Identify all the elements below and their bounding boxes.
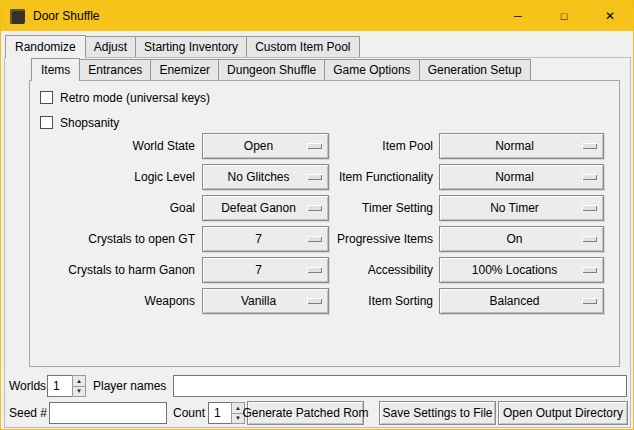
tab-generation-setup[interactable]: Generation Setup (419, 59, 531, 80)
app-window: Door Shuffle ─ □ ✕ Randomize Adjust Star… (0, 0, 634, 430)
dropdown-indicator-icon (307, 143, 322, 149)
item-sorting-dropdown[interactable]: Balanced (439, 288, 604, 314)
tab-adjust[interactable]: Adjust (85, 36, 136, 57)
count-label: Count (173, 402, 205, 424)
open-output-directory-button[interactable]: Open Output Directory (498, 401, 628, 425)
shopsanity-label: Shopsanity (60, 116, 119, 130)
crystals-ganon-dropdown[interactable]: 7 (202, 257, 329, 283)
dropdown-indicator-icon (582, 205, 597, 211)
tab-entrances[interactable]: Entrances (79, 59, 151, 80)
tab-dungeon-shuffle[interactable]: Dungeon Shuffle (218, 59, 325, 80)
checkbox-icon[interactable] (40, 91, 53, 104)
progressive-items-dropdown[interactable]: On (439, 226, 604, 252)
maximize-button[interactable]: □ (541, 1, 587, 31)
close-button[interactable]: ✕ (587, 1, 633, 31)
save-settings-button[interactable]: Save Settings to File (379, 401, 496, 425)
timer-setting-dropdown[interactable]: No Timer (439, 195, 604, 221)
item-pool-label: Item Pool (329, 139, 433, 153)
goal-label: Goal (30, 201, 195, 215)
dropdown-indicator-icon (307, 267, 322, 273)
retro-mode-checkbox[interactable]: Retro mode (universal keys) (40, 89, 210, 106)
app-icon (10, 9, 25, 24)
title-bar[interactable]: Door Shuffle ─ □ ✕ (1, 1, 633, 31)
item-sorting-label: Item Sorting (329, 294, 433, 308)
dropdown-indicator-icon (307, 205, 322, 211)
items-pane: Retro mode (universal keys) Shopsanity W… (29, 80, 620, 367)
dropdown-indicator-icon (307, 174, 322, 180)
tab-items[interactable]: Items (31, 58, 80, 81)
checkbox-icon[interactable] (40, 116, 53, 129)
shopsanity-checkbox[interactable]: Shopsanity (40, 114, 119, 131)
dropdown-indicator-icon (582, 298, 597, 304)
item-pool-dropdown[interactable]: Normal (439, 133, 604, 159)
seed-input[interactable] (49, 402, 167, 424)
progressive-items-label: Progressive Items (329, 232, 433, 246)
retro-mode-label: Retro mode (universal keys) (60, 91, 210, 105)
dropdown-indicator-icon (582, 267, 597, 273)
setting-row: World State Open Item Pool Normal (30, 130, 619, 161)
world-state-label: World State (30, 139, 195, 153)
tab-game-options[interactable]: Game Options (324, 59, 419, 80)
dropdown-indicator-icon (582, 143, 597, 149)
accessibility-dropdown[interactable]: 100% Locations (439, 257, 604, 283)
worlds-spinner[interactable]: 1 ▲ ▼ (47, 375, 86, 397)
logic-level-label: Logic Level (30, 170, 195, 184)
player-names-input[interactable] (173, 375, 627, 397)
tab-randomize[interactable]: Randomize (5, 35, 86, 58)
timer-setting-label: Timer Setting (329, 201, 433, 215)
settings-grid: World State Open Item Pool Normal Logic … (30, 130, 619, 316)
crystals-ganon-label: Crystals to harm Ganon (30, 263, 195, 277)
outer-tab-bar: Randomize Adjust Starting Inventory Cust… (5, 35, 359, 58)
item-functionality-label: Item Functionality (329, 170, 433, 184)
window-title: Door Shuffle (33, 9, 100, 23)
dropdown-indicator-icon (582, 174, 597, 180)
crystals-gt-label: Crystals to open GT (30, 232, 195, 246)
count-spinner[interactable]: 1 ▲ ▼ (208, 402, 245, 424)
worlds-label: Worlds (9, 375, 46, 397)
goal-dropdown[interactable]: Defeat Ganon (202, 195, 329, 221)
inner-tab-bar: Items Entrances Enemizer Dungeon Shuffle… (31, 58, 530, 81)
spin-up-icon[interactable]: ▲ (72, 375, 86, 386)
minimize-button[interactable]: ─ (495, 1, 541, 31)
spin-down-icon[interactable]: ▼ (72, 386, 86, 398)
logic-level-dropdown[interactable]: No Glitches (202, 164, 329, 190)
setting-row: Crystals to open GT 7 Progressive Items … (30, 223, 619, 254)
generate-patched-rom-button[interactable]: Generate Patched Rom (247, 401, 364, 425)
dropdown-indicator-icon (582, 236, 597, 242)
dropdown-indicator-icon (307, 236, 322, 242)
setting-row: Logic Level No Glitches Item Functionali… (30, 161, 619, 192)
dropdown-indicator-icon (307, 298, 322, 304)
weapons-dropdown[interactable]: Vanilla (202, 288, 329, 314)
item-functionality-dropdown[interactable]: Normal (439, 164, 604, 190)
tab-enemizer[interactable]: Enemizer (150, 59, 219, 80)
tab-custom-item-pool[interactable]: Custom Item Pool (246, 36, 359, 57)
player-names-label: Player names (93, 375, 166, 397)
setting-row: Weapons Vanilla Item Sorting Balanced (30, 285, 619, 316)
setting-row: Goal Defeat Ganon Timer Setting No Timer (30, 192, 619, 223)
world-state-dropdown[interactable]: Open (202, 133, 329, 159)
accessibility-label: Accessibility (329, 263, 433, 277)
seed-label: Seed # (9, 402, 47, 424)
crystals-gt-dropdown[interactable]: 7 (202, 226, 329, 252)
tab-starting-inventory[interactable]: Starting Inventory (135, 36, 247, 57)
weapons-label: Weapons (30, 294, 195, 308)
setting-row: Crystals to harm Ganon 7 Accessibility 1… (30, 254, 619, 285)
